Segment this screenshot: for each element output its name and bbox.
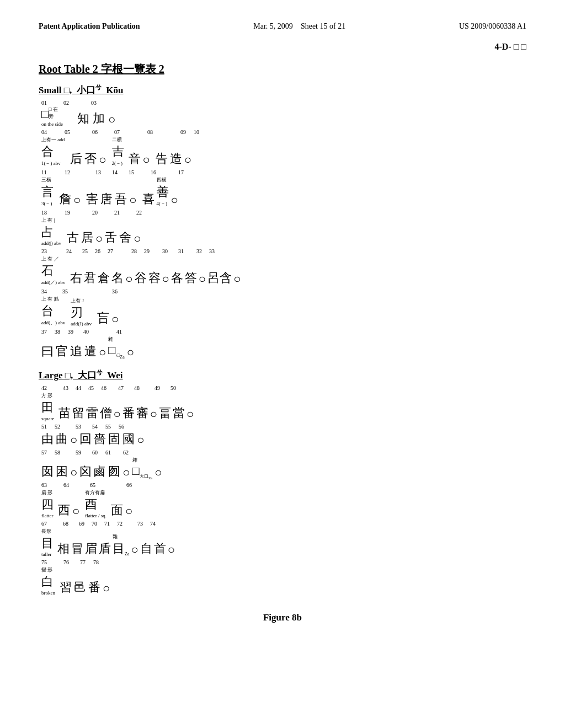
row-42-50: 42 43 44 45 46 47 48 49 50 方 形 田 square … — [41, 385, 526, 421]
figure-caption: Figure 8b — [39, 612, 526, 623]
patent-number: US 2009/0060338 A1 — [459, 22, 526, 31]
row-63-66: 63 64 65 66 扁 形 四 flatter 西 ○ 有方有扁 酉 — [41, 482, 526, 518]
publication-label: Patent Application Publication — [39, 22, 140, 31]
row-18-22: 18 19 20 21 22 上 有 | 占 add(|) abv 古 居 ○ … — [41, 210, 526, 246]
row-57-62: 57 58 59 60 61 62 囡 困 ○ 囟 鹵 囫 ○ 雜 □大口Za … — [41, 449, 526, 480]
num-03: 03 — [91, 100, 108, 106]
sheet-info: Sheet 15 of 21 — [301, 22, 345, 30]
row-37-41: 37 38 39 40 41 曰 官 追 遣 ○ 雜 □·□Za ○ — [41, 329, 526, 360]
small-section-title: Small □, 小口兮 Kōu — [39, 83, 526, 97]
num-02: 02 — [63, 100, 80, 106]
row-01-03: 01 02 03 □□ 在 旁 on the side 知 — [41, 100, 526, 127]
small-section-content: 01 02 03 □□ 在 旁 on the side 知 — [41, 100, 526, 360]
num-01: 01 — [41, 100, 58, 106]
row-51-56: 51 52 53 54 55 56 由 曲 ○ 回 嗇 固 國 ○ — [41, 424, 526, 447]
row-23-33: 23 24 25 26 27 28 29 30 31 32 33 上 有 ／ 石… — [41, 248, 526, 286]
date: Mar. 5, 2009 — [253, 22, 293, 30]
row-67-74: 67 68 69 70 71 72 73 74 長形 目 taller 相 冒 … — [41, 521, 526, 557]
large-section-title: Large □, 大口兮 Wei — [39, 368, 526, 382]
row-34-36: 34 35 36 上 有 點 台 add(、) abv 上有 J 刃 add(J… — [41, 288, 526, 326]
root-table-title: Root Table 2 字根一覽表 2 — [39, 62, 526, 77]
page: Patent Application Publication Mar. 5, 2… — [0, 0, 565, 728]
large-section-content: 42 43 44 45 46 47 48 49 50 方 形 田 square … — [41, 385, 526, 596]
corner-symbol: 4-D- □ □ — [39, 42, 526, 52]
page-header: Patent Application Publication Mar. 5, 2… — [39, 22, 526, 31]
row-75-78: 75 76 77 78 變 形 白 broken 習 邑 番 ○ — [41, 559, 526, 596]
date-sheet: Mar. 5, 2009 Sheet 15 of 21 — [253, 22, 345, 31]
row-11-17: 11 12 13 14 15 16 17 三横 言 3(－) 詹 ○ — [41, 169, 526, 207]
row-04-10: 04 05 06 07 08 09 10 上有一 add 合 1(－) abv … — [41, 129, 526, 167]
